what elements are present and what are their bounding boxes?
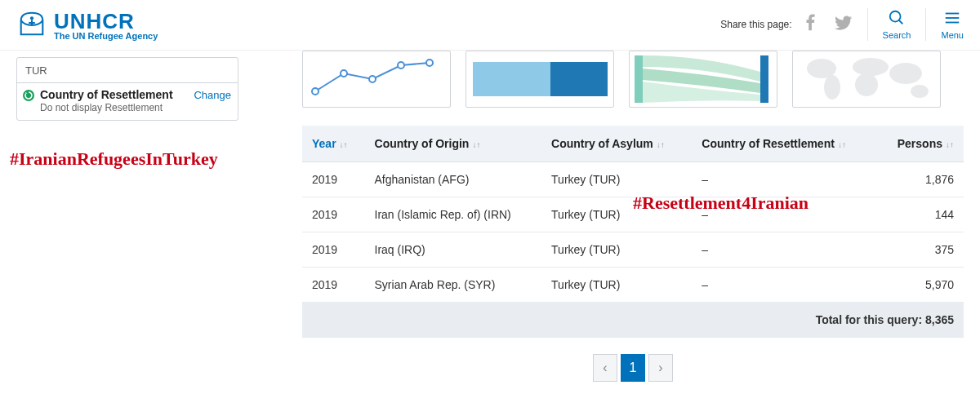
search-button[interactable]: Search <box>883 9 911 40</box>
facet-change-link[interactable]: Change <box>194 89 231 101</box>
cell-origin: Afghanistan (AFG) <box>365 162 542 197</box>
overlay-hashtag-1: #IranianRefugeesInTurkey <box>10 148 218 170</box>
top-right: Share this page: Search Menu <box>720 8 964 41</box>
table-row: 2019 Iraq (IRQ) Turkey (TUR) – 375 <box>302 232 964 268</box>
svg-rect-12 <box>473 62 550 96</box>
col-origin[interactable]: Country of Origin↓↑ <box>365 126 542 162</box>
cell-origin: Iraq (IRQ) <box>365 232 542 268</box>
cell-persons: 144 <box>877 197 964 232</box>
separator <box>867 8 868 41</box>
logo-sub: The UN Refugee Agency <box>54 32 158 41</box>
pager-page-1[interactable]: 1 <box>621 354 645 382</box>
col-resettlement[interactable]: Country of Resettlement↓↑ <box>692 126 877 162</box>
logo-text: UNHCR The UN Refugee Agency <box>54 11 158 41</box>
thumb-line-chart[interactable] <box>302 51 451 108</box>
svg-point-10 <box>398 62 404 69</box>
svg-rect-14 <box>635 55 643 103</box>
logo[interactable]: UNHCR The UN Refugee Agency <box>16 8 158 42</box>
svg-point-21 <box>911 85 929 98</box>
twitter-icon[interactable] <box>835 14 853 35</box>
unhcr-logo-icon <box>16 8 47 42</box>
hamburger-icon <box>943 9 961 29</box>
sort-icon: ↓↑ <box>657 140 665 149</box>
svg-point-7 <box>312 88 318 95</box>
data-table: Year↓↑ Country of Origin↓↑ Country of As… <box>302 126 964 338</box>
facet-title: Country of Resettlement <box>40 88 173 101</box>
cell-asylum: Turkey (TUR) <box>541 268 692 303</box>
cell-origin: Iran (Islamic Rep. of) (IRN) <box>365 197 542 232</box>
search-icon <box>888 9 906 29</box>
total-cell: Total for this query: 8,365 <box>302 303 964 338</box>
pagination: ‹ 1 › <box>302 354 964 382</box>
menu-button[interactable]: Menu <box>941 9 964 40</box>
total-label: Total for this query: <box>816 313 922 326</box>
cell-resettlement: – <box>692 232 877 268</box>
table-row: 2019 Syrian Arab Rep. (SYR) Turkey (TUR)… <box>302 268 964 303</box>
svg-point-18 <box>853 58 889 76</box>
sort-icon: ↓↑ <box>946 140 954 149</box>
svg-point-6 <box>23 90 34 101</box>
share-label: Share this page: <box>720 19 791 30</box>
logo-main: UNHCR <box>54 11 158 32</box>
main-area: TUR Country of Resettlement Change Do no… <box>0 51 980 382</box>
cell-persons: 375 <box>877 232 964 268</box>
reset-icon[interactable] <box>22 89 35 102</box>
svg-point-20 <box>889 63 922 84</box>
cell-year: 2019 <box>302 268 365 303</box>
filter-tag-row: TUR <box>17 58 238 82</box>
col-persons[interactable]: Persons↓↑ <box>877 126 964 162</box>
svg-point-9 <box>369 76 376 82</box>
menu-label: Menu <box>941 30 964 40</box>
cell-year: 2019 <box>302 162 365 197</box>
col-asylum[interactable]: Country of Asylum↓↑ <box>541 126 692 162</box>
search-label: Search <box>883 30 911 40</box>
filter-tag-tur[interactable]: TUR <box>25 64 47 77</box>
cell-year: 2019 <box>302 232 365 268</box>
top-bar: UNHCR The UN Refugee Agency Share this p… <box>0 0 980 51</box>
separator <box>925 8 926 41</box>
cell-asylum: Turkey (TUR) <box>541 232 692 268</box>
svg-rect-13 <box>550 62 608 96</box>
pager-prev[interactable]: ‹ <box>593 354 617 382</box>
thumb-sankey[interactable] <box>629 51 777 108</box>
cell-persons: 1,876 <box>877 162 964 197</box>
svg-rect-15 <box>760 55 768 103</box>
sort-icon: ↓↑ <box>838 140 846 149</box>
svg-line-2 <box>899 20 903 24</box>
facebook-icon[interactable] <box>802 14 820 35</box>
svg-point-11 <box>426 60 433 66</box>
col-year[interactable]: Year↓↑ <box>302 126 365 162</box>
cell-persons: 5,970 <box>877 268 964 303</box>
thumb-world-map[interactable] <box>792 51 941 108</box>
facet-sub-label: Do not display Resettlement <box>40 102 231 113</box>
cell-resettlement: – <box>692 268 877 303</box>
pager-next[interactable]: › <box>648 354 673 382</box>
svg-point-17 <box>824 75 840 100</box>
table-header-row: Year↓↑ Country of Origin↓↑ Country of As… <box>302 126 964 162</box>
filter-panel: TUR Country of Resettlement Change Do no… <box>16 57 238 121</box>
cell-year: 2019 <box>302 197 365 232</box>
total-value: 8,365 <box>925 313 954 326</box>
svg-point-19 <box>855 73 878 96</box>
table-total-row: Total for this query: 8,365 <box>302 303 964 338</box>
thumb-stacked-bar[interactable] <box>466 51 614 108</box>
sidebar: TUR Country of Resettlement Change Do no… <box>16 51 238 382</box>
content-area: Year↓↑ Country of Origin↓↑ Country of As… <box>238 51 964 382</box>
overlay-hashtag-2: #Resettlement4Iranian <box>633 193 808 214</box>
cell-origin: Syrian Arab Rep. (SYR) <box>365 268 542 303</box>
chart-thumbnails <box>302 51 964 108</box>
svg-point-8 <box>341 70 347 77</box>
svg-point-1 <box>890 11 901 22</box>
facet-resettlement: Country of Resettlement Change Do not di… <box>17 82 238 120</box>
sort-icon: ↓↑ <box>472 140 480 149</box>
sort-icon: ↓↑ <box>340 140 348 149</box>
svg-point-0 <box>30 16 33 20</box>
